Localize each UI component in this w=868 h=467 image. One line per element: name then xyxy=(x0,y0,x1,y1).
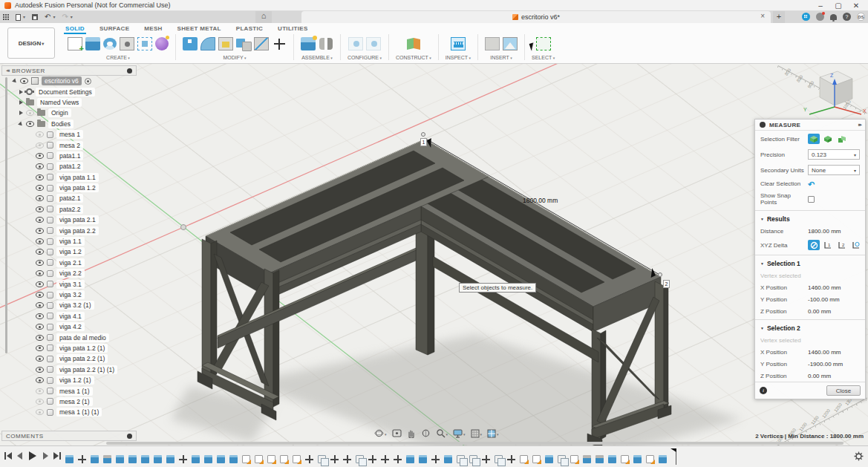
timeline-feature[interactable] xyxy=(381,455,389,463)
group-label-modify[interactable]: MODIFY xyxy=(223,55,246,60)
extrude-icon[interactable] xyxy=(85,37,100,50)
joint-icon[interactable] xyxy=(319,37,333,50)
body-label[interactable]: mesa 1 (1) (1) xyxy=(56,408,102,417)
play-icon[interactable] xyxy=(28,451,37,460)
timeline-feature[interactable] xyxy=(356,455,364,463)
collapse-panel-icon[interactable]: ◂◂ xyxy=(6,68,8,74)
expand-icon[interactable] xyxy=(18,99,24,105)
timeline-feature[interactable] xyxy=(318,455,326,463)
browser-node-bodies[interactable]: Bodies xyxy=(1,119,137,129)
create-sketch-icon[interactable] xyxy=(68,37,82,50)
delta-selection2-button[interactable]: 2 xyxy=(836,240,848,250)
timeline-feature[interactable] xyxy=(103,455,111,463)
body-row[interactable]: pata1.1 xyxy=(1,151,137,161)
body-label[interactable]: viga pata 2.2 (1) (1) xyxy=(56,365,117,374)
timeline-feature[interactable] xyxy=(293,455,301,463)
visibility-eye-icon[interactable] xyxy=(36,185,44,191)
timeline-feature[interactable] xyxy=(305,455,313,463)
visibility-eye-icon[interactable] xyxy=(36,163,44,169)
expand-icon[interactable] xyxy=(12,78,18,84)
browser-node-named-views[interactable]: Named Views xyxy=(1,97,137,108)
timeline-feature[interactable] xyxy=(570,455,578,463)
timeline-feature[interactable] xyxy=(91,455,99,463)
filter-face-button[interactable] xyxy=(808,134,820,144)
new-tab-button[interactable]: + xyxy=(773,11,785,23)
app-grid-icon[interactable] xyxy=(3,14,9,20)
comments-options-icon[interactable] xyxy=(127,434,132,439)
look-at-icon[interactable] xyxy=(392,429,402,437)
timeline-feature[interactable] xyxy=(558,455,566,463)
minimize-button[interactable]: – xyxy=(812,1,829,10)
timeline-feature[interactable] xyxy=(595,455,604,463)
expand-icon[interactable] xyxy=(18,89,24,95)
job-status-icon[interactable] xyxy=(816,13,824,21)
ribbon-tab[interactable]: SURFACE xyxy=(99,25,129,34)
home-tab-icon[interactable]: ⌂ xyxy=(255,11,272,23)
expand-icon[interactable] xyxy=(18,121,24,127)
display-settings-icon[interactable] xyxy=(453,429,466,438)
timeline-feature[interactable] xyxy=(204,455,212,463)
body-label[interactable]: viga 3.2 xyxy=(56,290,85,299)
node-label[interactable]: Document Settings xyxy=(36,88,95,97)
root-component-label[interactable]: escritorio v6 xyxy=(42,76,82,85)
body-row[interactable]: viga pata 1.1 xyxy=(1,172,137,183)
browser-options-icon[interactable] xyxy=(127,68,132,74)
body-row[interactable]: viga 3.2 xyxy=(1,290,137,300)
visibility-eye-icon[interactable] xyxy=(36,377,44,383)
timeline-feature[interactable] xyxy=(65,455,74,463)
fillet-icon[interactable] xyxy=(200,37,215,50)
document-tab[interactable]: escritorio v6* × xyxy=(301,11,771,23)
body-row[interactable]: viga pata 2.1 xyxy=(1,215,137,225)
timeline-feature[interactable] xyxy=(280,455,288,463)
body-label[interactable]: viga 2.1 xyxy=(56,258,85,267)
timeline-marker-flag[interactable] xyxy=(676,448,676,465)
body-label[interactable]: viga 4.2 xyxy=(56,322,85,331)
browser-root-row[interactable]: escritorio v6 xyxy=(1,76,137,86)
collapse-dialog-icon[interactable]: ▸▸ xyxy=(858,122,861,128)
body-row[interactable]: viga pata 2.2 (1) (1) xyxy=(1,365,137,375)
workspace-selector[interactable]: DESIGN xyxy=(7,27,55,59)
timeline-feature[interactable] xyxy=(242,455,250,463)
timeline-feature[interactable] xyxy=(621,455,629,463)
body-row[interactable]: viga pata 2.2 (1) xyxy=(1,353,137,364)
press-pull-icon[interactable] xyxy=(183,37,198,50)
body-label[interactable]: viga 2.2 xyxy=(56,269,85,278)
pattern-icon[interactable] xyxy=(137,37,152,50)
body-row[interactable]: mesa 2 xyxy=(1,140,137,150)
body-row[interactable]: pata1.2 xyxy=(1,161,137,172)
timeline-feature[interactable] xyxy=(116,455,124,463)
selection-point-2-handle[interactable] xyxy=(658,272,662,277)
browser-node-document-settings[interactable]: Document Settings xyxy=(1,86,137,97)
timeline-feature[interactable] xyxy=(532,455,541,463)
timeline-feature[interactable] xyxy=(394,455,402,463)
secondary-units-select[interactable]: None xyxy=(808,165,860,175)
visibility-eye-icon[interactable] xyxy=(36,195,44,201)
filter-component-button[interactable] xyxy=(836,134,848,144)
body-row[interactable]: viga pata 1.2 xyxy=(1,183,137,193)
info-icon[interactable]: i xyxy=(760,387,767,394)
group-label-inspect[interactable]: INSPECT xyxy=(446,55,471,60)
body-label[interactable]: pata2.2 xyxy=(56,205,83,214)
measure-header[interactable]: MEASURE ▸▸ xyxy=(755,120,865,131)
delta-world-button[interactable] xyxy=(850,240,862,250)
group-label-assemble[interactable]: ASSEMBLE xyxy=(301,55,333,60)
hole-icon[interactable] xyxy=(120,37,134,50)
visibility-eye-icon[interactable] xyxy=(36,367,44,373)
body-row[interactable]: mesa 1 (1) (1) xyxy=(1,407,137,417)
body-row[interactable]: mesa 1 xyxy=(1,129,137,140)
ribbon-tab[interactable]: PLASTIC xyxy=(236,25,263,34)
skip-to-start-icon[interactable] xyxy=(4,452,12,460)
timeline-feature[interactable] xyxy=(520,455,528,463)
expand-icon[interactable] xyxy=(18,110,24,116)
selection1-section-header[interactable]: Selection 1 xyxy=(755,258,865,270)
timeline-feature[interactable] xyxy=(545,455,553,463)
pan-icon[interactable] xyxy=(407,429,416,438)
visibility-eye-icon[interactable] xyxy=(36,313,44,319)
configure-table-icon[interactable] xyxy=(348,37,363,50)
timeline-feature[interactable] xyxy=(368,455,376,463)
body-label[interactable]: pata2.1 xyxy=(56,194,83,203)
timeline-feature[interactable] xyxy=(633,455,642,463)
visibility-eye-icon[interactable] xyxy=(36,324,44,330)
body-label[interactable]: viga 4.1 xyxy=(56,312,85,321)
node-label[interactable]: Named Views xyxy=(37,98,82,107)
